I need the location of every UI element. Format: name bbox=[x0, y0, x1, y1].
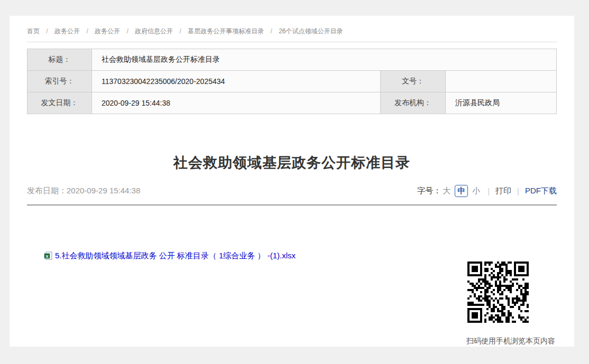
breadcrumb-divider bbox=[27, 42, 557, 42]
font-size-label: 字号： bbox=[417, 186, 441, 196]
pdf-download-button[interactable]: PDF下载 bbox=[525, 186, 557, 196]
font-size-large-button[interactable]: 大 bbox=[443, 186, 450, 196]
content-divider bbox=[27, 204, 557, 206]
article-meta-row: 发布日期：2020-09-29 15:44:38 字号： 大 中 小 | 打印 … bbox=[27, 184, 557, 198]
breadcrumb-zhengwu-gongkai-2[interactable]: 政务公开 bbox=[95, 27, 120, 35]
breadcrumb-gov-info[interactable]: 政府信息公开 bbox=[135, 27, 173, 35]
title-label: 标题： bbox=[27, 49, 92, 71]
table-row: 发文日期： 2020-09-29 15:44:38 发布机构： 沂源县民政局 bbox=[27, 92, 557, 114]
toolbar-divider: | bbox=[517, 186, 519, 195]
breadcrumb-standard-catalog[interactable]: 基层政务公开事项标准目录 bbox=[188, 27, 264, 35]
breadcrumb-separator: / bbox=[46, 27, 48, 35]
breadcrumb-separator: / bbox=[179, 27, 181, 35]
breadcrumb: 首页 / 政务公开 / 政务公开 / 政府信息公开 / 基层政务公开事项标准目录… bbox=[27, 16, 557, 35]
breadcrumb-separator: / bbox=[86, 27, 88, 35]
content-card: 首页 / 政务公开 / 政务公开 / 政府信息公开 / 基层政务公开事项标准目录… bbox=[10, 16, 574, 347]
qr-caption: 扫码使用手机浏览本页内容 bbox=[466, 337, 555, 346]
publish-date: 发布日期：2020-09-29 15:44:38 bbox=[27, 186, 140, 196]
index-number-value: 113703230042235006/2020-2025434 bbox=[92, 71, 381, 92]
qr-code bbox=[466, 260, 530, 324]
issue-date-value: 2020-09-29 15:44:38 bbox=[92, 92, 381, 114]
index-number-label: 索引号： bbox=[27, 71, 92, 92]
breadcrumb-zhengwu-gongkai-1[interactable]: 政务公开 bbox=[54, 27, 80, 35]
issuing-org-label: 发布机构： bbox=[381, 92, 446, 114]
attachment-link[interactable]: 5.社会救助领域领域基层政务 公开 标准目录（ 1综合业务 ） -(1).xls… bbox=[55, 251, 296, 260]
font-size-medium-button[interactable]: 中 bbox=[455, 185, 468, 197]
article-toolbar: 字号： 大 中 小 | 打印 | PDF下载 bbox=[417, 185, 557, 197]
breadcrumb-home[interactable]: 首页 bbox=[27, 27, 40, 35]
toolbar-divider: | bbox=[487, 186, 490, 195]
print-button[interactable]: 打印 bbox=[495, 186, 511, 196]
breadcrumb-separator: / bbox=[270, 27, 272, 35]
table-row: 标题： 社会救助领域基层政务公开标准目录 bbox=[27, 49, 557, 71]
excel-file-icon: X bbox=[44, 251, 52, 262]
issuing-org-value: 沂源县民政局 bbox=[446, 92, 557, 114]
font-size-small-button[interactable]: 小 bbox=[472, 186, 480, 196]
breadcrumb-separator: / bbox=[126, 27, 128, 35]
title-value: 社会救助领域基层政务公开标准目录 bbox=[92, 49, 557, 71]
attachment-row: X 5.社会救助领域领域基层政务 公开 标准目录（ 1综合业务 ） -(1).x… bbox=[27, 251, 557, 262]
doc-number-value bbox=[446, 71, 557, 92]
qr-block: 扫码使用手机浏览本页内容 bbox=[466, 260, 555, 346]
page-title: 社会救助领域基层政务公开标准目录 bbox=[27, 153, 557, 172]
issue-date-label: 发文日期： bbox=[27, 92, 92, 114]
doc-number-label: 文号： bbox=[381, 71, 446, 92]
table-row: 索引号： 113703230042235006/2020-2025434 文号： bbox=[27, 71, 557, 92]
svg-text:X: X bbox=[45, 254, 49, 259]
document-meta-table: 标题： 社会救助领域基层政务公开标准目录 索引号： 11370323004223… bbox=[27, 49, 557, 114]
breadcrumb-pilot-catalog: 26个试点领域公开目录 bbox=[279, 27, 343, 35]
